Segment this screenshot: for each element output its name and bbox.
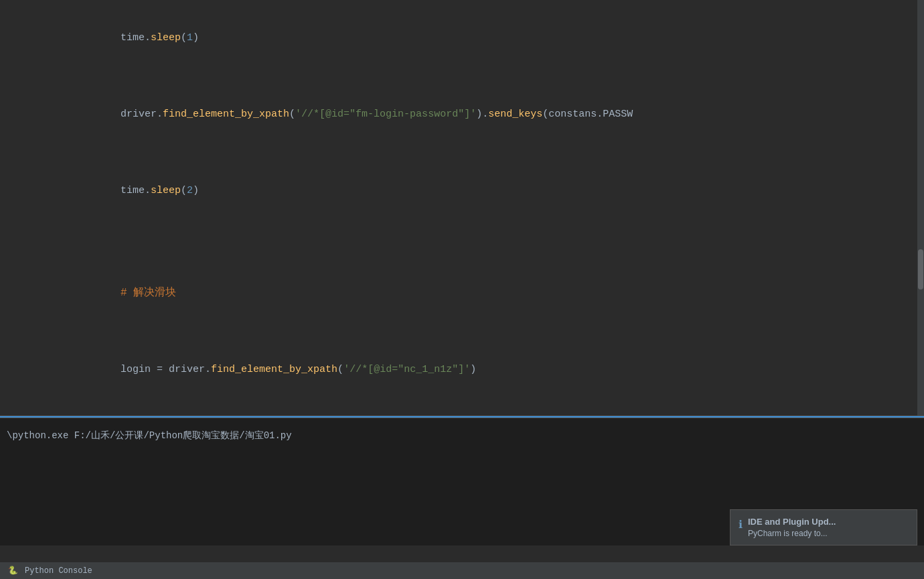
python-console-label: Python Console [25,566,92,576]
notification-title: IDE and Plugin Upd... [748,517,836,527]
code-line-comment: # 解决滑块 [60,255,924,332]
terminal-command: \python.exe F:/山禾/公开课/Python爬取淘宝数据/淘宝01.… [7,426,292,445]
terminal-command-line: \python.exe F:/山禾/公开课/Python爬取淘宝数据/淘宝01.… [0,425,924,446]
notification-content: IDE and Plugin Upd... PyCharm is ready t… [748,517,836,538]
code-token: time [121,32,145,44]
code-line-3: time.sleep(2) [60,153,924,229]
notification-body: PyCharm is ready to... [748,529,836,538]
status-bar: 🐍 Python Console [0,562,924,579]
code-editor[interactable]: time.sleep(1) driver.find_element_by_xpa… [0,0,924,415]
code-line-2: driver.find_element_by_xpath('//*[@id="f… [60,76,924,153]
code-line-1: time.sleep(1) [60,0,924,76]
python-console-icon: 🐍 [8,566,18,576]
code-line-action: action = ActionChains(driver) [60,408,924,415]
code-line-empty [60,229,924,255]
code-line-login: login = driver.find_element_by_xpath('//… [60,332,924,408]
notification-popup[interactable]: ℹ IDE and Plugin Upd... PyCharm is ready… [730,509,917,545]
notification-icon: ℹ [739,518,743,531]
